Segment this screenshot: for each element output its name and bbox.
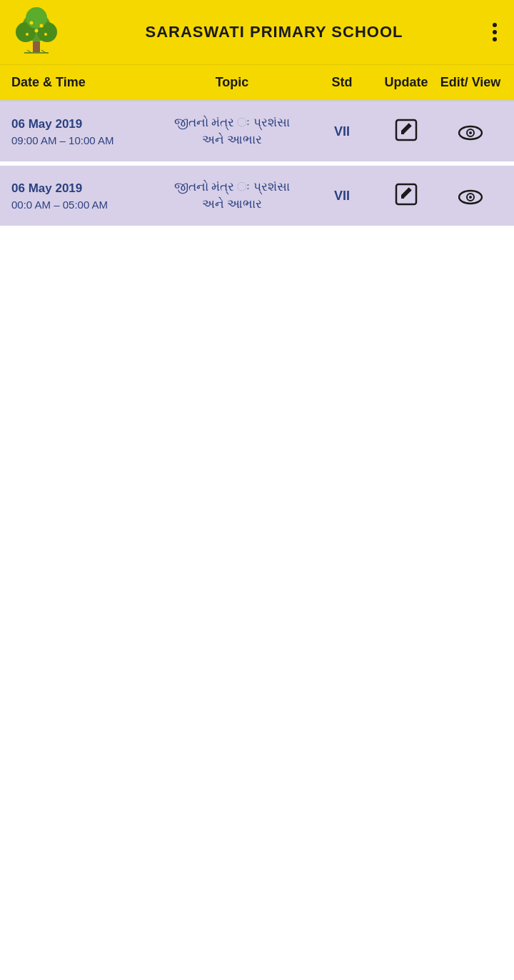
svg-point-11 [26, 33, 29, 36]
row-view-button-1[interactable] [438, 180, 503, 212]
svg-point-12 [44, 33, 47, 36]
table-header: Date & Time Topic Std Update Edit/ View [0, 64, 514, 101]
eye-icon-1 [458, 185, 483, 209]
table-row: 06 May 2019 09:00 AM – 10:00 AM જીતનો મં… [0, 101, 514, 166]
svg-point-10 [35, 29, 39, 33]
row-view-button-0[interactable] [438, 116, 503, 148]
svg-point-9 [40, 24, 44, 28]
eye-icon-0 [458, 121, 483, 145]
edit-icon-0 [394, 118, 418, 142]
menu-dot-3 [493, 37, 497, 41]
menu-dot-1 [493, 23, 497, 27]
table-body: 06 May 2019 09:00 AM – 10:00 AM જીતનો મં… [0, 101, 514, 230]
edit-icon-1 [394, 182, 418, 206]
row-time-0: 09:00 AM – 10:00 AM [11, 134, 154, 146]
col-header-editview: Edit/ View [438, 75, 503, 90]
row-update-button-1[interactable] [374, 182, 438, 209]
school-logo [11, 7, 61, 57]
svg-rect-0 [33, 41, 40, 53]
more-options-button[interactable] [487, 17, 503, 47]
menu-dot-2 [493, 30, 497, 34]
row-std-1: VII [310, 189, 374, 204]
school-name-title: SARASWATI PRIMARY SCHOOL [61, 23, 487, 41]
svg-point-7 [26, 7, 47, 29]
row-topic-1: જીતનો મંત્ર ઃ પ્રશંસાઅને આભાર [154, 179, 310, 213]
row-datetime-0: 06 May 2019 09:00 AM – 10:00 AM [11, 117, 154, 146]
svg-point-24 [469, 196, 472, 199]
row-topic-0: જીતનો મંત્ર ઃ પ્રશંસાઅને આભાર [154, 114, 310, 149]
svg-point-8 [30, 21, 34, 25]
row-time-1: 00:0 AM – 05:00 AM [11, 199, 154, 211]
app-header: SARASWATI PRIMARY SCHOOL [0, 0, 514, 64]
col-header-std: Std [310, 75, 374, 90]
row-date-0: 06 May 2019 [11, 117, 154, 131]
row-std-0: VII [310, 124, 374, 139]
col-header-update: Update [374, 75, 438, 90]
col-header-topic: Topic [154, 75, 310, 90]
svg-point-18 [469, 131, 472, 134]
table-row: 06 May 2019 00:0 AM – 05:00 AM જીતનો મંત… [0, 166, 514, 230]
row-datetime-1: 06 May 2019 00:0 AM – 05:00 AM [11, 181, 154, 211]
col-header-datetime: Date & Time [11, 75, 154, 90]
row-date-1: 06 May 2019 [11, 181, 154, 196]
row-update-button-0[interactable] [374, 118, 438, 145]
